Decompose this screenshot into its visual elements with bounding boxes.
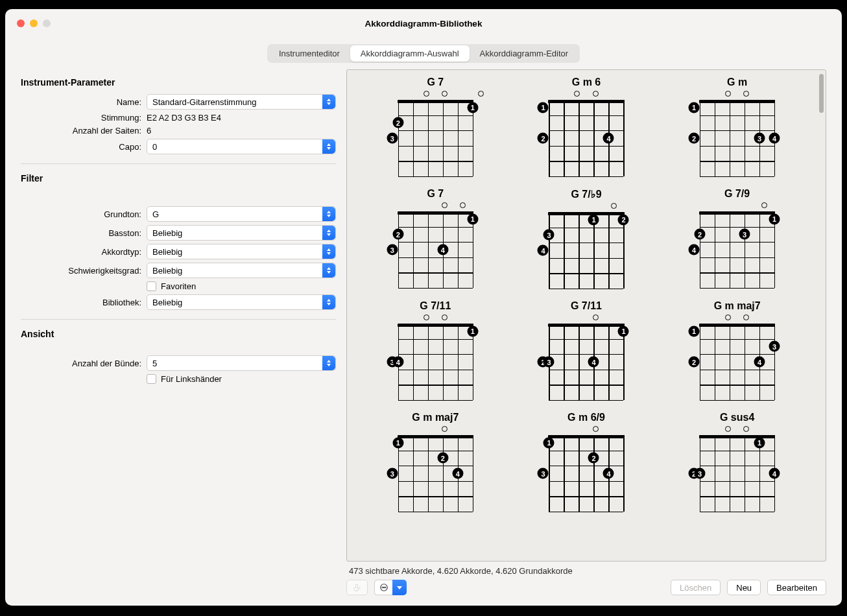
fretboard: 134 bbox=[398, 324, 473, 400]
finger-dot: 3 bbox=[543, 357, 555, 368]
chord-name: G m 6/9 bbox=[567, 412, 605, 423]
label-root: Grundton: bbox=[21, 209, 147, 219]
finger-dot: 3 bbox=[387, 468, 398, 479]
fretboard: 1234 bbox=[700, 211, 774, 288]
chevrons-icon bbox=[322, 295, 335, 309]
svg-point-2 bbox=[383, 587, 384, 587]
finger-dot: 4 bbox=[538, 245, 549, 256]
open-string-row bbox=[387, 426, 484, 434]
finger-dot: 1 bbox=[689, 102, 700, 113]
content: Instrumenteditor Akkorddiagramm-Auswahl … bbox=[5, 38, 842, 606]
finger-dot: 2 bbox=[437, 453, 448, 464]
chord-diagram[interactable]: G 7/111234 bbox=[538, 300, 635, 400]
select-frets-value: 5 bbox=[152, 359, 157, 368]
finger-dot: 1 bbox=[618, 326, 629, 337]
finger-dot: 2 bbox=[695, 229, 706, 240]
window-title: Akkorddiagramm-Bibliothek bbox=[365, 19, 483, 29]
chord-diagram[interactable]: G sus41234 bbox=[689, 412, 786, 512]
ellipsis-icon bbox=[374, 580, 392, 595]
chord-diagram[interactable]: G 7/11134 bbox=[387, 300, 484, 400]
open-string-row bbox=[387, 91, 484, 99]
chord-diagram[interactable]: G 7/91234 bbox=[689, 188, 786, 289]
chord-diagram[interactable]: G m maj71324 bbox=[689, 300, 786, 400]
finger-dot: 3 bbox=[769, 341, 780, 352]
tab-instrument-editor[interactable]: Instrumenteditor bbox=[268, 45, 350, 62]
select-name[interactable]: Standard-Gitarrenstimmung bbox=[147, 94, 336, 110]
minimize-icon[interactable] bbox=[30, 19, 38, 27]
finger-dot: 1 bbox=[538, 102, 549, 113]
chord-name: G m 6 bbox=[572, 77, 601, 88]
chord-name: G 7/9 bbox=[724, 188, 750, 200]
tab-chord-selection[interactable]: Akkorddiagramm-Auswahl bbox=[350, 45, 470, 62]
open-string-row bbox=[538, 314, 635, 322]
chord-diagram[interactable]: G m 6/91234 bbox=[538, 412, 635, 512]
label-bass: Basston: bbox=[21, 228, 147, 238]
finger-dot: 2 bbox=[392, 229, 403, 240]
window: Akkorddiagramm-Bibliothek Instrumentedit… bbox=[5, 9, 842, 606]
select-capo[interactable]: 0 bbox=[147, 139, 336, 154]
chord-grid[interactable]: G 7123G m 6124G m1234G 71234G 7/♭91234G … bbox=[346, 69, 826, 562]
chord-diagram[interactable]: G 7/♭91234 bbox=[538, 188, 635, 289]
checkbox-favorites[interactable] bbox=[147, 281, 156, 291]
select-bass[interactable]: Beliebig bbox=[147, 225, 336, 241]
chord-diagram[interactable]: G m maj71234 bbox=[387, 412, 484, 512]
close-icon[interactable] bbox=[17, 19, 25, 27]
finger-dot: 2 bbox=[538, 133, 549, 144]
chord-diagram[interactable]: G 71234 bbox=[387, 188, 484, 289]
finger-dot: 2 bbox=[588, 453, 599, 464]
open-string-row bbox=[689, 91, 786, 99]
finger-dot: 2 bbox=[689, 133, 700, 144]
chord-name: G sus4 bbox=[720, 412, 754, 423]
tab-chord-editor[interactable]: Akkorddiagramm-Editor bbox=[470, 45, 579, 62]
chord-diagram[interactable]: G m1234 bbox=[689, 77, 786, 176]
chord-diagram[interactable]: G 7123 bbox=[387, 77, 484, 176]
value-tuning: E2 A2 D3 G3 B3 E4 bbox=[147, 113, 221, 123]
finger-dot: 1 bbox=[392, 437, 403, 448]
finger-dot: 1 bbox=[543, 437, 555, 448]
delete-button: Löschen bbox=[671, 580, 721, 595]
finger-dot: 4 bbox=[603, 133, 614, 144]
chevrons-icon bbox=[322, 244, 335, 259]
chord-diagram[interactable]: G m 6124 bbox=[538, 77, 635, 176]
main: G 7123G m 6124G m1234G 71234G 7/♭91234G … bbox=[346, 69, 826, 595]
finger-dot: 1 bbox=[467, 213, 478, 224]
svg-point-3 bbox=[385, 587, 385, 587]
select-bass-value: Beliebig bbox=[152, 228, 182, 238]
select-library[interactable]: Beliebig bbox=[147, 294, 336, 310]
label-library: Bibliothek: bbox=[21, 298, 147, 307]
scrollbar-thumb[interactable] bbox=[819, 74, 824, 113]
action-menu[interactable] bbox=[374, 580, 407, 595]
checkbox-lefty[interactable] bbox=[147, 374, 156, 384]
chevrons-icon bbox=[322, 263, 335, 278]
fretboard: 124 bbox=[549, 100, 623, 176]
finger-dot: 1 bbox=[769, 213, 780, 224]
label-difficulty: Schwierigkeitsgrad: bbox=[21, 266, 147, 276]
finger-dot: 3 bbox=[387, 133, 398, 144]
finger-dot: 4 bbox=[769, 133, 780, 144]
label-capo: Capo: bbox=[21, 142, 147, 152]
sidebar: Instrument-Parameter Name: Standard-Gita… bbox=[21, 69, 336, 595]
label-name: Name: bbox=[21, 97, 147, 107]
select-difficulty-value: Beliebig bbox=[152, 266, 182, 276]
chevrons-icon bbox=[322, 356, 335, 370]
finger-dot: 4 bbox=[437, 244, 448, 255]
edit-button[interactable]: Bearbeiten bbox=[767, 580, 826, 595]
new-button[interactable]: Neu bbox=[727, 580, 761, 595]
finger-dot: 1 bbox=[467, 326, 478, 337]
finger-dot: 1 bbox=[689, 326, 700, 337]
fretboard: 1324 bbox=[700, 324, 774, 400]
select-chordtype[interactable]: Beliebig bbox=[147, 244, 336, 259]
select-difficulty[interactable]: Beliebig bbox=[147, 263, 336, 278]
fretboard: 1234 bbox=[700, 435, 774, 512]
play-button bbox=[346, 580, 368, 595]
section-instrument-params: Instrument-Parameter bbox=[21, 77, 336, 88]
label-chordtype: Akkordtyp: bbox=[21, 247, 147, 257]
label-lefty: Für Linkshänder bbox=[161, 374, 222, 384]
select-root[interactable]: G bbox=[147, 206, 336, 222]
select-frets[interactable]: 5 bbox=[147, 355, 336, 371]
chord-name: G m bbox=[727, 77, 747, 88]
finger-dot: 3 bbox=[754, 133, 765, 144]
label-favorites: Favoriten bbox=[161, 281, 196, 291]
window-controls bbox=[17, 19, 51, 27]
finger-dot: 3 bbox=[543, 230, 555, 241]
